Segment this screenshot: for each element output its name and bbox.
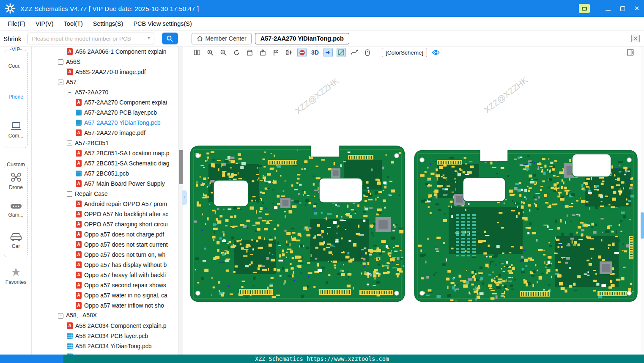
tree-item[interactable]: A58 2AC034 YiDianTong.pcb: [32, 341, 178, 351]
tree-item[interactable]: AA57 2BC051-SA Schematic diag: [32, 158, 178, 168]
select-arrow-icon[interactable]: [323, 48, 333, 57]
menu-tool[interactable]: Tool(T): [64, 20, 83, 27]
tree-scrollbar-thumb[interactable]: [179, 150, 183, 184]
silkscreen-toggle-icon[interactable]: [297, 48, 307, 57]
tree-item[interactable]: AA57-2AA270 image.pdf: [32, 128, 178, 138]
collapse-icon[interactable]: −: [58, 80, 63, 85]
tree-item[interactable]: AA57 2BC051-SA Location map.p: [32, 148, 178, 158]
tree-item[interactable]: A58 2AC034 PCB layer.pcb: [32, 331, 178, 341]
menu-settings[interactable]: Settings(S): [93, 20, 123, 27]
tree-item-label: A58 2AC034 PCB layer.pcb: [75, 333, 148, 339]
sidebar-item-computer[interactable]: Com...: [0, 122, 32, 139]
pdf-file-icon: A: [76, 180, 82, 187]
pdf-file-icon: A: [76, 302, 82, 309]
menu-file[interactable]: File(F): [8, 20, 25, 27]
tree-item[interactable]: AOppo a57 has display without b: [32, 260, 178, 270]
pcb-file-icon: [76, 110, 82, 116]
tree-item[interactable]: AOppo a57 does not start current: [32, 239, 178, 250]
collapse-icon[interactable]: −: [67, 191, 72, 197]
visibility-icon[interactable]: [431, 48, 440, 57]
tree-item-label: Oppo a57 does not start current: [84, 241, 168, 248]
tree-item[interactable]: AOppo a57 heavy fall with backli: [32, 270, 178, 280]
sidebar-item-phone[interactable]: Phone: [0, 92, 32, 100]
tree-item[interactable]: AA57-2AA270 Component explai: [32, 97, 178, 107]
member-center-button[interactable]: Member Center: [192, 33, 252, 44]
home-icon: [197, 36, 203, 41]
menu-pcb-view-settings[interactable]: PCB View settings(S): [133, 20, 192, 27]
tree-node[interactable]: −A57-2AA270: [32, 87, 178, 97]
vip-tray-icon[interactable]: [579, 4, 590, 13]
tree-item[interactable]: AA57 Main Board Power Supply: [32, 179, 178, 189]
tree-item[interactable]: A57-2AA270 YiDianTong.pcb: [32, 118, 178, 128]
colorscheme-button[interactable]: [ColorScheme]: [382, 48, 427, 57]
drone-icon: [10, 172, 22, 183]
tree-item[interactable]: AOppo a57 does not turn on, wh: [32, 250, 178, 260]
collapse-icon[interactable]: −: [58, 313, 63, 319]
watermark: XZZ@XZZHK: [293, 76, 340, 116]
close-button[interactable]: ✕: [630, 3, 644, 14]
tree-item[interactable]: AAndroid repair OPPO A57 prom: [32, 199, 178, 209]
split-view-icon[interactable]: [192, 48, 202, 57]
curve-tool-icon[interactable]: [350, 48, 359, 57]
tree-item[interactable]: AOppo a57 water in no signal, ca: [32, 290, 178, 300]
right-panel-toggle-icon[interactable]: [625, 48, 635, 57]
custom-group-label: Custom: [5, 162, 26, 168]
measure-diagonal-icon[interactable]: [337, 48, 346, 57]
pcb-canvas[interactable]: XZZ@XZZHKXZZ@XZZHK: [183, 58, 641, 355]
sidebar-item-drone[interactable]: Drone: [0, 172, 32, 190]
tree-node[interactable]: −A57-2BC051: [32, 138, 178, 148]
zoom-in-icon[interactable]: [206, 48, 215, 57]
copy-board-icon[interactable]: [245, 48, 254, 57]
tree-item[interactable]: A57 2BC051.pcb: [32, 168, 178, 179]
pcb-toolbar: 3D [ColorScheme]: [183, 47, 641, 58]
tree-item-label: A57 2BC051-SA Location map.p: [84, 150, 170, 157]
collapse-tree-handle[interactable]: ‹: [182, 190, 187, 205]
sidebar-item-game[interactable]: Gam...: [0, 202, 32, 218]
tree-node[interactable]: −A57: [32, 77, 178, 87]
tree-item[interactable]: AOPPO A57 charging short circui: [32, 219, 178, 229]
tree-node[interactable]: −A58、A58X: [32, 311, 178, 321]
tree-item[interactable]: AA56 2AA066-1 Component explain: [32, 47, 178, 57]
sidebar-item-car[interactable]: Car: [0, 231, 32, 249]
zoom-out-icon[interactable]: [219, 48, 228, 57]
flag-icon[interactable]: [271, 48, 280, 57]
tree-item[interactable]: AA58 2AC034 Component explain.p: [32, 321, 178, 331]
tree-item[interactable]: AOppo a57 second repair shows: [32, 280, 178, 290]
tree-item[interactable]: A57-2AA270 PCB layer.pcb: [32, 107, 178, 118]
refresh-icon[interactable]: [232, 48, 241, 57]
tree-item[interactable]: AOPPO A57 No backlight after sc: [32, 209, 178, 219]
search-button[interactable]: [162, 33, 178, 44]
3d-view-button[interactable]: 3D: [310, 49, 320, 56]
export-board-icon[interactable]: [258, 48, 267, 57]
menu-vip[interactable]: VIP(V): [36, 20, 54, 27]
collapse-icon[interactable]: −: [67, 140, 72, 146]
mouse-settings-icon[interactable]: [363, 48, 372, 57]
window-scrollbar-thumb[interactable]: [641, 212, 644, 239]
tree-item[interactable]: AA56S-2AA270-0 image.pdf: [32, 67, 178, 77]
shrink-button[interactable]: Shrink: [3, 35, 22, 42]
collapse-icon[interactable]: −: [67, 90, 72, 95]
close-document-icon[interactable]: ✕: [631, 35, 640, 42]
tree-item[interactable]: AOppo a57 does not charge.pdf: [32, 229, 178, 239]
pcb-viewer: 3D [ColorScheme] XZZ@XZZHKXZZ@XZZHK: [183, 47, 641, 355]
tree-item-label: A56 2AA066-1 Component explain: [75, 48, 167, 55]
tree-node[interactable]: −Repair Case: [32, 189, 178, 199]
window-scrollbar[interactable]: [641, 47, 644, 355]
pdf-file-icon: A: [76, 99, 82, 106]
maximize-button[interactable]: [615, 3, 630, 14]
tree-item-label: A58、A58X: [66, 312, 97, 319]
collapse-icon[interactable]: −: [58, 59, 63, 65]
tree-node[interactable]: −A56S: [32, 57, 178, 67]
tree-item[interactable]: AOppo a57 water inflow not sho: [32, 300, 178, 311]
mirror-flip-icon[interactable]: [284, 48, 293, 57]
tree-item[interactable]: [32, 351, 178, 355]
sidebar-item-course[interactable]: Cour...: [0, 61, 32, 69]
active-document-tab[interactable]: A57-2AA270 YiDianTong.pcb: [255, 33, 349, 44]
minimize-button[interactable]: [601, 3, 615, 14]
app-logo-icon: [4, 3, 16, 14]
pdf-file-icon: A: [76, 160, 82, 167]
model-search-input[interactable]: [27, 33, 154, 44]
gamepad-icon: [10, 202, 22, 210]
sidebar-item-favorites[interactable]: ★ Favorites: [0, 267, 32, 285]
tree-item-label: A57 2BC051.pcb: [84, 170, 129, 177]
